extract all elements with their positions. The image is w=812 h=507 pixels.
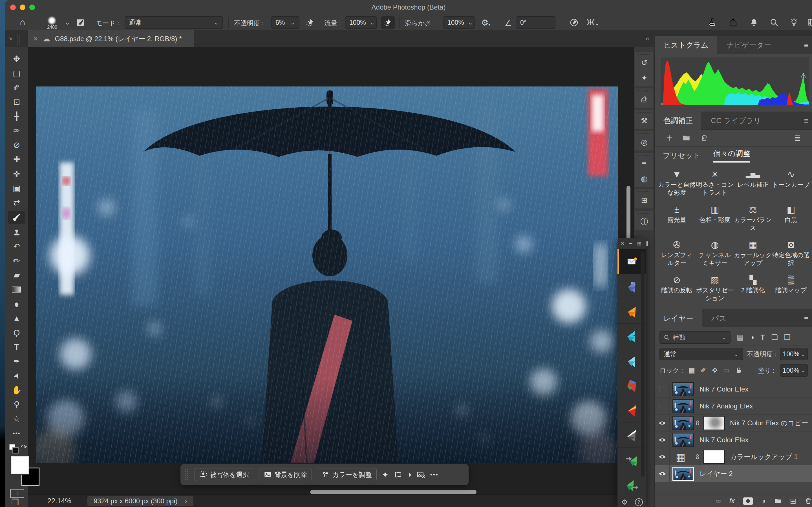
tab-paths[interactable]: パス xyxy=(703,309,735,327)
taskbar-drag-handle[interactable] xyxy=(185,468,190,481)
adj-brightness-contrast[interactable]: ☀明るさ・コントラスト xyxy=(696,168,734,196)
notifications-bell-icon[interactable] xyxy=(749,18,758,27)
history-brush-tool[interactable]: ↶ xyxy=(5,240,28,253)
layer-filter-select[interactable]: 種類 ⌄ xyxy=(659,331,730,344)
document-tab[interactable]: × ☁ G88.psdc @ 22.1% (レイヤー 2, RGB/8) * xyxy=(28,30,194,47)
layer-row-nik7-color-efex[interactable]: Nik 7 Color Efex xyxy=(655,432,812,448)
adj-posterize[interactable]: ▨ポスタリゼーション xyxy=(696,274,734,302)
histogram-warning-icon[interactable]: ⚠ xyxy=(800,71,807,80)
image-plus-icon[interactable] xyxy=(417,470,425,479)
properties-panel-icon[interactable]: ⚒ xyxy=(635,113,653,128)
workspace-panel-icon[interactable] xyxy=(808,18,812,27)
screen-mode-button[interactable]: ❐ xyxy=(11,497,19,507)
brush-tool-active[interactable] xyxy=(8,211,26,224)
share-icon[interactable] xyxy=(728,18,738,27)
close-tab-icon[interactable]: × xyxy=(33,34,38,43)
zoom-window-button[interactable] xyxy=(29,4,35,10)
adj-color-balance[interactable]: ⚖カラーバランス xyxy=(734,203,772,231)
swap-colors-icon[interactable]: ↷ xyxy=(21,443,27,452)
toolbar-expand-icon[interactable]: » xyxy=(9,35,13,43)
edit-toolbar-ellipsis[interactable]: ••• xyxy=(5,427,28,440)
beta-flask-icon[interactable] xyxy=(708,18,717,27)
move-tool[interactable]: ✥ xyxy=(5,52,28,65)
ai-actions-panel-icon[interactable]: ✦ xyxy=(635,70,653,86)
info-panel-icon[interactable]: ⓘ xyxy=(635,214,653,229)
adj-curves[interactable]: ∿トーンカーブ xyxy=(772,168,810,196)
symmetry-butterfly-icon[interactable]: Ж xyxy=(587,17,595,27)
patch-tool[interactable]: ▣ xyxy=(5,182,28,194)
adj-exposure[interactable]: ±露光量 xyxy=(658,203,696,231)
eyedropper-tool[interactable]: ✑ xyxy=(5,124,28,137)
visibility-toggle[interactable] xyxy=(655,432,670,448)
content-aware-move-tool[interactable]: ⇄ xyxy=(5,196,28,209)
sharpen-tool[interactable]: ▲ xyxy=(5,312,28,325)
custom-shape-tool[interactable]: ☆ xyxy=(5,412,28,425)
dock-grip[interactable] xyxy=(638,53,651,55)
filter-shape-icon[interactable]: ❏ xyxy=(771,333,777,342)
smoothing-select[interactable]: 100%⌄ xyxy=(443,16,475,29)
layer-row-color-lookup[interactable]: ▦ ∞ カラールックアップ 1 xyxy=(655,448,812,465)
opacity-select[interactable]: 6%⌄ xyxy=(271,16,299,29)
panel-menu-icon[interactable]: ≡ xyxy=(804,314,808,323)
filter-smart-object-icon[interactable]: ❐ xyxy=(784,333,791,342)
gradient-tool[interactable] xyxy=(5,283,28,296)
adj-threshold[interactable]: ▚2 階調化 xyxy=(734,274,772,302)
blur-tool[interactable]: ● xyxy=(5,296,28,312)
mode-select[interactable]: 通常⌄ xyxy=(124,16,223,29)
dock-grip[interactable] xyxy=(638,133,651,135)
visibility-toggle[interactable] xyxy=(655,414,670,432)
nik-settings-icon[interactable]: ⊞ xyxy=(637,240,642,247)
layer-fill-value[interactable]: 100% ⌄ xyxy=(780,364,808,377)
history-panel-icon[interactable]: ↺ xyxy=(635,55,653,70)
nik-close-icon[interactable]: × xyxy=(621,240,624,247)
mini-background-swatch[interactable] xyxy=(12,447,18,453)
tab-layers[interactable]: レイヤー xyxy=(655,309,702,327)
crop-tool[interactable]: ╂ xyxy=(5,110,28,123)
mixer-brush-tool[interactable]: ✏ xyxy=(5,255,28,267)
new-adjustment-icon[interactable]: ◑ xyxy=(761,497,766,505)
canvas-area[interactable]: 被写体を選択 背景を削除 カラーを調整 ✦ ◑ ••• xyxy=(28,47,635,507)
layer-row-layer-2-selected[interactable]: レイヤー 2 xyxy=(655,465,812,482)
adjustment-presets-panel-icon[interactable]: ≡ xyxy=(635,156,653,171)
chevron-down-icon[interactable]: ⌄ xyxy=(65,19,70,26)
taskbar-more-icon[interactable]: ••• xyxy=(430,471,439,478)
layer-row-nik7-analog-efex[interactable]: Nik 7 Analog Efex xyxy=(655,398,812,414)
adj-channel-mixer[interactable]: ◍チャンネルミキサー xyxy=(696,238,734,267)
blend-mode-select[interactable]: 通常 ⌄ xyxy=(659,348,743,360)
minimize-window-button[interactable] xyxy=(20,4,26,10)
color-grading-panel-icon[interactable]: ◎ xyxy=(635,135,653,150)
add-adjustment-icon[interactable]: + xyxy=(666,132,672,144)
mask-link-icon[interactable]: ∞ xyxy=(693,454,702,459)
lock-all-icon[interactable] xyxy=(735,367,742,374)
foreground-color-swatch[interactable] xyxy=(11,456,29,474)
tab-cc-libraries[interactable]: CC ライブラリ xyxy=(702,112,769,129)
spot-healing-tool[interactable]: ✚ xyxy=(5,153,28,166)
toolbar-grip[interactable] xyxy=(17,34,21,45)
layer-opacity-value[interactable]: 100% ⌄ xyxy=(780,348,808,360)
dock-grip[interactable] xyxy=(638,154,651,156)
tab-adjustments[interactable]: 色調補正 xyxy=(655,112,701,129)
smoothing-gear-icon[interactable]: ⚙ xyxy=(481,18,489,27)
quick-mask-button[interactable]: ◌ xyxy=(10,489,24,498)
tab-navigator[interactable]: ナビゲーター xyxy=(718,36,779,54)
dock-collapse-icon[interactable]: « xyxy=(646,35,649,43)
layer-row-nik7-color-efex-copy[interactable]: ∞ Nik 7 Color Efex のコピー xyxy=(655,414,812,432)
lock-artboard-icon[interactable]: ▭ xyxy=(723,367,730,374)
layer-row-nik7-color-efex-top[interactable]: Nik 7 Color Efex xyxy=(655,381,812,398)
flow-select[interactable]: 100%⌄ xyxy=(345,16,377,29)
subtab-single-adjustments[interactable]: 個々の調整 xyxy=(713,149,750,163)
opacity-pressure-icon[interactable] xyxy=(306,18,315,27)
brush-settings-panel-icon[interactable] xyxy=(76,18,85,27)
select-subject-button[interactable]: 被写体を選択 xyxy=(195,468,254,481)
eraser-tool[interactable]: ▰ xyxy=(5,269,28,282)
delete-layer-trash-icon[interactable] xyxy=(805,497,812,505)
generate-sparkle-icon[interactable]: ✦ xyxy=(382,470,389,480)
search-icon[interactable] xyxy=(770,18,779,27)
gradients-panel-icon[interactable]: ◍ xyxy=(635,171,653,186)
filter-image-icon[interactable]: ▤ xyxy=(737,333,744,342)
nik-scrollbar-thumb[interactable] xyxy=(641,251,645,477)
add-mask-icon[interactable] xyxy=(743,497,753,505)
adj-color-lookup[interactable]: ▦カラールックアップ xyxy=(734,238,772,267)
dock-grip[interactable] xyxy=(638,191,651,193)
remove-tool[interactable]: ⊘ xyxy=(5,138,28,152)
